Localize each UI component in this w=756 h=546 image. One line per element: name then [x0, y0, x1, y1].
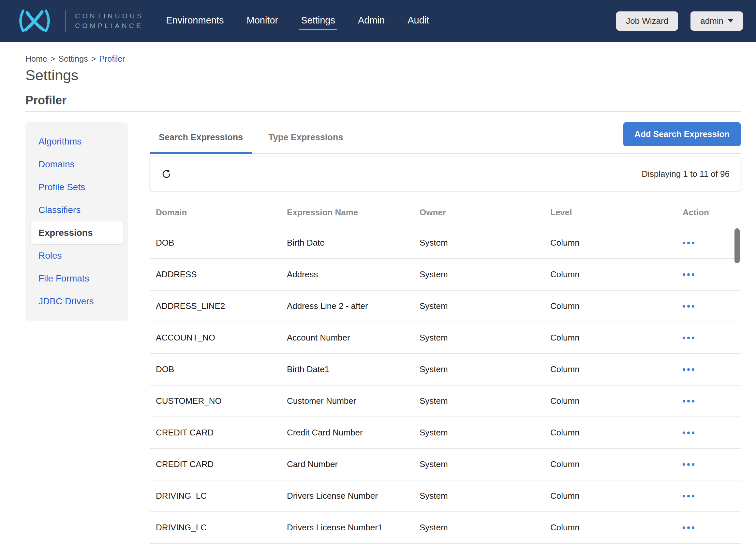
table-row: CUSTOMER_NO Customer Number System Colum…: [150, 386, 741, 417]
cell-owner: System: [420, 238, 550, 248]
cell-expression-name: Customer Number: [287, 396, 420, 406]
cell-domain: CREDIT CARD: [156, 428, 287, 438]
column-header-level: Level: [550, 207, 683, 217]
row-actions-menu-icon[interactable]: [683, 305, 696, 308]
cell-owner: System: [420, 364, 550, 375]
brand-text: CONTINUOUS COMPLIANCE: [75, 11, 144, 31]
cell-owner: System: [420, 523, 550, 533]
tab-bar: Search Expressions Type Expressions Add …: [150, 122, 741, 154]
refresh-button[interactable]: [161, 169, 172, 179]
column-header-action: Action: [683, 207, 741, 217]
breadcrumb: Home > Settings > Profiler: [25, 54, 741, 64]
brand-divider: [65, 10, 66, 32]
tab-search-expressions[interactable]: Search Expressions: [150, 122, 252, 153]
cell-owner: System: [420, 269, 550, 280]
cell-level: Column: [550, 491, 683, 501]
sidebar-item-algorithms[interactable]: Algorithms: [25, 130, 128, 153]
table-header-row: Domain Expression Name Owner Level Actio…: [150, 198, 741, 227]
column-header-domain: Domain: [156, 207, 287, 217]
table-scrollbar-thumb[interactable]: [734, 228, 740, 263]
sidebar-item-profile-sets[interactable]: Profile Sets: [25, 176, 128, 199]
cell-owner: System: [420, 396, 550, 406]
row-actions-menu-icon[interactable]: [683, 368, 696, 371]
column-header-owner: Owner: [420, 207, 550, 217]
table-row: ADDRESS Address System Column: [150, 259, 741, 291]
paging-status: Displaying 1 to 11 of 96: [642, 169, 730, 179]
breadcrumb-current-profiler[interactable]: Profiler: [99, 54, 125, 64]
cell-expression-name: Drivers License Number: [287, 491, 420, 501]
cell-domain: CUSTOMER_NO: [156, 396, 287, 406]
cell-owner: System: [420, 428, 550, 438]
table-toolbar: Displaying 1 to 11 of 96: [150, 157, 741, 191]
navbar-right: Job Wizard admin: [616, 11, 743, 31]
job-wizard-button[interactable]: Job Wizard: [616, 11, 678, 31]
cell-owner: System: [420, 301, 550, 311]
table-row: ACCOUNT_NO Account Number System Column: [150, 322, 741, 354]
cell-expression-name: Birth Date: [287, 238, 420, 248]
row-actions-menu-icon[interactable]: [683, 242, 696, 244]
cell-domain: ADDRESS_LINE2: [156, 301, 287, 311]
cell-level: Column: [550, 269, 683, 280]
table-row: DRIVING_LC Drivers License Number System…: [150, 480, 741, 512]
row-actions-menu-icon[interactable]: [683, 273, 696, 276]
row-actions-menu-icon[interactable]: [683, 526, 696, 529]
sidebar-item-domains[interactable]: Domains: [25, 153, 128, 176]
cell-level: Column: [550, 364, 683, 375]
cell-domain: ACCOUNT_NO: [156, 333, 287, 343]
breadcrumb-settings[interactable]: Settings: [58, 54, 88, 64]
main-content: Search Expressions Type Expressions Add …: [150, 122, 741, 544]
cell-expression-name: Drivers License Number1: [287, 523, 420, 533]
nav-item-environments[interactable]: Environments: [165, 12, 224, 30]
breadcrumb-separator: >: [91, 54, 96, 64]
cell-level: Column: [550, 301, 683, 311]
nav-item-settings[interactable]: Settings: [300, 12, 336, 30]
brand: CONTINUOUS COMPLIANCE: [13, 8, 144, 34]
cell-level: Column: [550, 333, 683, 343]
sidebar-item-file-formats[interactable]: File Formats: [25, 267, 128, 290]
row-actions-menu-icon[interactable]: [683, 432, 696, 434]
cell-expression-name: Birth Date1: [287, 364, 420, 375]
table-row: ADDRESS_LINE2 Address Line 2 - after Sys…: [150, 291, 741, 322]
row-actions-menu-icon[interactable]: [683, 337, 696, 339]
row-actions-menu-icon[interactable]: [683, 463, 696, 466]
nav-item-admin[interactable]: Admin: [357, 12, 385, 30]
user-menu-label: admin: [700, 16, 723, 26]
cell-expression-name: Account Number: [287, 333, 420, 343]
chevron-down-icon: [728, 19, 733, 22]
cell-expression-name: Address Line 2 - after: [287, 301, 420, 311]
expressions-table: Domain Expression Name Owner Level Actio…: [150, 198, 741, 544]
sidebar-item-jdbc-drivers[interactable]: JDBC Drivers: [25, 290, 128, 313]
add-search-expression-button[interactable]: Add Search Expression: [623, 122, 741, 146]
table-row: DOB Birth Date1 System Column: [150, 354, 741, 386]
sidebar-item-classifiers[interactable]: Classifiers: [25, 199, 128, 221]
row-actions-menu-icon[interactable]: [683, 495, 696, 497]
table-body: DOB Birth Date System Column ADDRESS Add…: [150, 227, 741, 544]
sidebar-item-expressions[interactable]: Expressions: [31, 221, 123, 244]
settings-sidebar: Algorithms Domains Profile Sets Classifi…: [25, 122, 128, 321]
cell-domain: DRIVING_LC: [156, 491, 287, 501]
nav-item-monitor[interactable]: Monitor: [246, 12, 279, 30]
cell-domain: ADDRESS: [156, 269, 287, 280]
tab-type-expressions[interactable]: Type Expressions: [259, 122, 352, 153]
page-body: Home > Settings > Profiler Settings Prof…: [0, 54, 756, 544]
cell-owner: System: [420, 333, 550, 343]
job-wizard-label: Job Wizard: [626, 16, 668, 26]
nav-item-audit[interactable]: Audit: [407, 12, 430, 30]
sidebar-item-roles[interactable]: Roles: [25, 244, 128, 267]
primary-nav: Environments Monitor Settings Admin Audi…: [165, 12, 430, 30]
cell-expression-name: Address: [287, 269, 420, 280]
cell-level: Column: [550, 459, 683, 469]
cell-domain: DRIVING_LC: [156, 523, 287, 533]
cell-level: Column: [550, 428, 683, 438]
user-menu-button[interactable]: admin: [690, 11, 743, 31]
breadcrumb-separator: >: [51, 54, 55, 64]
section-title: Profiler: [25, 94, 741, 107]
cell-expression-name: Card Number: [287, 459, 420, 469]
cell-domain: DOB: [156, 238, 287, 248]
top-navbar: CONTINUOUS COMPLIANCE Environments Monit…: [0, 0, 756, 42]
cell-domain: CREDIT CARD: [156, 459, 287, 469]
table-row: CREDIT CARD Credit Card Number System Co…: [150, 417, 741, 449]
delphix-logo-icon: [13, 8, 56, 34]
row-actions-menu-icon[interactable]: [683, 400, 696, 403]
breadcrumb-home[interactable]: Home: [25, 54, 47, 64]
